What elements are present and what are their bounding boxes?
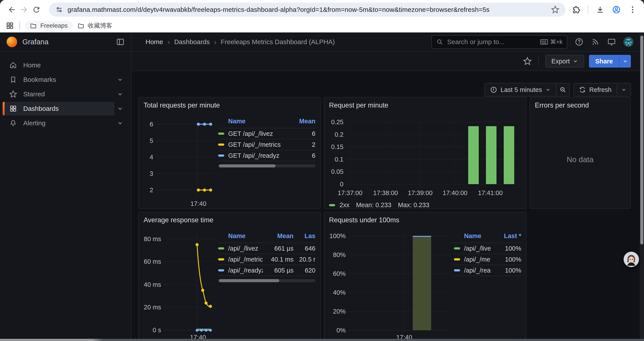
bookmark-folder-freeleaps[interactable]: Freeleaps [25, 21, 72, 31]
legend-header-last[interactable]: Last * [490, 232, 521, 240]
legend-scrollbar-thumb[interactable] [219, 279, 279, 282]
reload-button[interactable] [30, 4, 42, 16]
panel-request-per-minute[interactable]: Request per minute 0.25 [324, 97, 526, 209]
y-tick: 4 [150, 154, 153, 161]
series-color-swatch[interactable] [218, 133, 224, 135]
share-dropdown-button[interactable] [619, 55, 631, 68]
legend-row[interactable]: /api/_/metrics 40.1 ms 20.5 r [218, 254, 316, 265]
profile-icon[interactable] [612, 5, 621, 14]
share-label[interactable]: Share [589, 55, 619, 68]
menu-kebab-icon[interactable] [628, 5, 637, 14]
chevron-down-icon[interactable] [117, 106, 123, 112]
legend-row[interactable]: GET /api/_/livez 6 [218, 128, 316, 139]
legend-header-mean[interactable]: Mean [263, 232, 294, 240]
floating-assistant-avatar[interactable] [624, 252, 639, 267]
legend-row[interactable]: /api/_/livez 661 µs 646 [218, 243, 316, 254]
bookmark-star-icon[interactable] [551, 6, 560, 14]
site-settings-icon[interactable] [55, 6, 63, 14]
panel-title[interactable]: Errors per second [535, 101, 625, 109]
panel-errors-per-second[interactable]: Errors per second No data [530, 97, 631, 209]
series-color-swatch[interactable] [218, 269, 224, 271]
panel-title[interactable]: Request per minute [329, 101, 521, 109]
sidebar-header: Grafana [0, 33, 131, 52]
series-color-swatch[interactable] [218, 154, 224, 157]
series-color-swatch[interactable] [454, 258, 460, 260]
bookmark-folder-blogs[interactable]: 收藏博客 [72, 20, 117, 31]
chevron-down-icon[interactable] [117, 91, 123, 97]
search-input[interactable] [447, 38, 536, 46]
breadcrumb-dashboards[interactable]: Dashboards [174, 38, 210, 46]
y-tick: 0.25 [331, 119, 344, 126]
sidebar-item-home[interactable]: Home [0, 58, 131, 72]
series-name[interactable]: 2xx [340, 201, 350, 209]
url-text[interactable]: grafana.mathmast.com/d/deytv4rwavabkb/fr… [68, 6, 547, 14]
back-button[interactable] [6, 4, 18, 16]
series-last: 620 [294, 267, 316, 274]
legend-row[interactable]: GET /api/_/metrics 2 [218, 139, 316, 150]
search-bar[interactable]: ⌘+k [432, 35, 567, 49]
extensions-icon[interactable] [572, 5, 580, 14]
share-button[interactable]: Share [589, 55, 631, 68]
page-scrollbar[interactable] [640, 33, 644, 339]
time-range-picker[interactable]: Last 5 minutes [485, 83, 556, 96]
address-bar[interactable]: grafana.mathmast.com/d/deytv4rwavabkb/fr… [49, 3, 566, 17]
user-avatar[interactable] [624, 37, 634, 47]
legend-header-mean[interactable]: Mean [285, 118, 316, 125]
refresh-group: Refresh [574, 83, 631, 97]
legend-row[interactable]: /api/_/readyz 605 µs 620 [218, 265, 316, 276]
display-button[interactable] [607, 38, 616, 46]
sidebar-item-alerting[interactable]: Alerting [0, 116, 131, 130]
sidebar-toggle-button[interactable] [116, 38, 124, 46]
refresh-interval-dropdown[interactable] [617, 83, 630, 96]
forward-button[interactable] [18, 4, 30, 16]
bell-icon [9, 119, 17, 127]
zoom-out-button[interactable] [556, 83, 570, 96]
legend-header-last[interactable]: Las [294, 232, 316, 240]
legend-header-name[interactable]: Name [464, 232, 490, 240]
refresh-button[interactable]: Refresh [574, 83, 617, 96]
legend-header-name[interactable]: Name [228, 232, 263, 240]
page-scrollbar-thumb[interactable] [640, 36, 643, 244]
help-button[interactable] [575, 38, 584, 46]
legend-scrollbar[interactable] [218, 279, 316, 282]
series-color-swatch[interactable] [454, 269, 460, 271]
series-color-swatch[interactable] [218, 258, 224, 260]
panel-total-requests[interactable]: Total requests per minute 6 [138, 97, 321, 209]
panel-requests-under-100ms[interactable]: Requests under 100ms 100% [324, 212, 526, 341]
chevron-down-icon[interactable] [117, 77, 123, 83]
panel-title[interactable]: Total requests per minute [144, 101, 316, 109]
sidebar-item-dashboards[interactable]: Dashboards [0, 101, 131, 116]
breadcrumb-home[interactable]: Home [146, 38, 163, 46]
legend-row[interactable]: /api/_/livez 100% [454, 243, 521, 254]
area-fill [413, 236, 431, 330]
panel-title[interactable]: Average response time [144, 216, 316, 224]
legend-row[interactable]: GET /api/_/readyz 6 [218, 150, 316, 161]
legend-header-name[interactable]: Name [228, 118, 285, 125]
legend-scrollbar[interactable] [218, 164, 316, 167]
bookmarks-bar: Freeleaps 收藏博客 [0, 19, 644, 33]
favorite-dashboard-button[interactable] [523, 57, 532, 66]
series-color-swatch[interactable] [218, 247, 224, 249]
legend-row[interactable]: /api/_/readyz 100% [454, 265, 521, 276]
sidebar-item-bookmarks[interactable]: Bookmarks [0, 72, 131, 87]
panel-left-icon [116, 38, 124, 46]
panel-avg-response-time[interactable]: Average response time 80 ms [138, 212, 321, 341]
chevron-down-icon [545, 87, 550, 92]
legend-row[interactable]: /api/_/metrics 100% [454, 254, 521, 265]
grafana-logo[interactable] [6, 37, 17, 47]
series-color-swatch[interactable] [329, 204, 335, 206]
panel-title[interactable]: Requests under 100ms [329, 216, 521, 224]
legend-scrollbar-thumb[interactable] [219, 164, 276, 167]
series-color-swatch[interactable] [454, 247, 460, 249]
news-button[interactable] [591, 38, 600, 46]
downloads-icon[interactable] [596, 5, 604, 14]
series-name: /api/_/readyz [228, 267, 263, 274]
series-color-swatch[interactable] [218, 144, 224, 146]
chevron-down-icon[interactable] [117, 120, 123, 126]
y-tick: 0% [336, 327, 346, 334]
sidebar-item-starred[interactable]: Starred [0, 87, 131, 101]
y-tick: 80% [333, 251, 346, 258]
export-button[interactable]: Export [545, 55, 584, 68]
series-last: 100% [490, 256, 521, 263]
apps-grid-icon[interactable] [6, 22, 14, 30]
